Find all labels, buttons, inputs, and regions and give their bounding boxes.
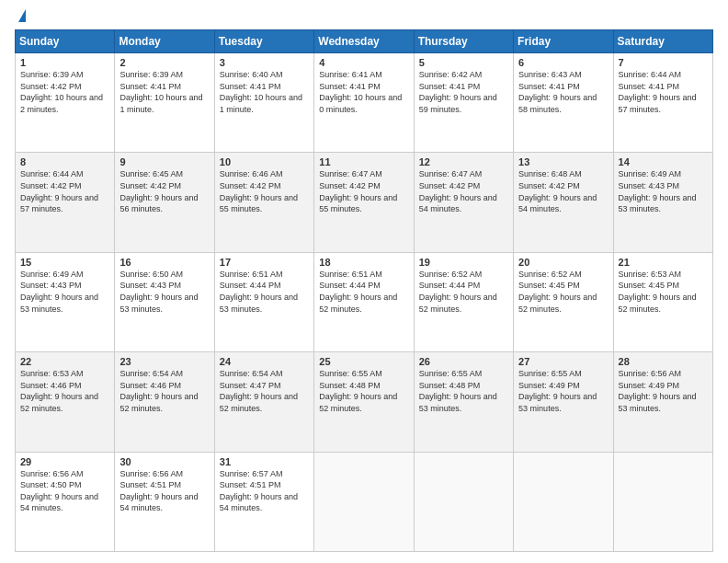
calendar-cell: 28Sunrise: 6:56 AMSunset: 4:49 PMDayligh… — [613, 352, 712, 452]
calendar-cell: 1Sunrise: 6:39 AMSunset: 4:42 PMDaylight… — [16, 53, 115, 153]
day-info: Sunrise: 6:45 AMSunset: 4:42 PMDaylight:… — [119, 168, 209, 214]
day-info: Sunrise: 6:57 AMSunset: 4:51 PMDaylight:… — [220, 468, 309, 514]
calendar-cell: 14Sunrise: 6:49 AMSunset: 4:43 PMDayligh… — [613, 153, 712, 252]
day-number: 14 — [619, 156, 708, 167]
calendar-cell: 26Sunrise: 6:55 AMSunset: 4:48 PMDayligh… — [414, 352, 513, 452]
day-info: Sunrise: 6:54 AMSunset: 4:46 PMDaylight:… — [119, 368, 209, 414]
calendar-cell: 9Sunrise: 6:45 AMSunset: 4:42 PMDaylight… — [115, 153, 214, 252]
calendar-cell: 13Sunrise: 6:48 AMSunset: 4:42 PMDayligh… — [514, 153, 613, 252]
calendar-row-5: 29Sunrise: 6:56 AMSunset: 4:50 PMDayligh… — [16, 452, 713, 551]
day-info: Sunrise: 6:53 AMSunset: 4:46 PMDaylight:… — [20, 368, 109, 414]
day-number: 13 — [518, 156, 608, 167]
day-number: 31 — [220, 456, 309, 467]
page: SundayMondayTuesdayWednesdayThursdayFrid… — [0, 0, 728, 563]
day-number: 27 — [518, 356, 608, 367]
calendar-header: SundayMondayTuesdayWednesdayThursdayFrid… — [16, 30, 713, 53]
calendar-cell: 7Sunrise: 6:44 AMSunset: 4:41 PMDaylight… — [613, 53, 712, 153]
logo — [15, 11, 26, 22]
day-info: Sunrise: 6:51 AMSunset: 4:44 PMDaylight:… — [220, 269, 309, 315]
day-number: 24 — [220, 356, 309, 367]
calendar-row-4: 22Sunrise: 6:53 AMSunset: 4:46 PMDayligh… — [16, 352, 713, 452]
calendar-cell: 8Sunrise: 6:44 AMSunset: 4:42 PMDaylight… — [16, 153, 115, 252]
day-info: Sunrise: 6:55 AMSunset: 4:48 PMDaylight:… — [419, 368, 508, 414]
day-info: Sunrise: 6:44 AMSunset: 4:42 PMDaylight:… — [20, 168, 109, 214]
day-number: 12 — [419, 156, 508, 167]
header-row: SundayMondayTuesdayWednesdayThursdayFrid… — [16, 30, 713, 53]
calendar-cell: 6Sunrise: 6:43 AMSunset: 4:41 PMDaylight… — [514, 53, 613, 153]
day-number: 4 — [319, 57, 408, 68]
calendar-table: SundayMondayTuesdayWednesdayThursdayFrid… — [15, 29, 713, 552]
day-info: Sunrise: 6:44 AMSunset: 4:41 PMDaylight:… — [619, 69, 708, 115]
col-header-wednesday: Wednesday — [314, 30, 414, 53]
day-number: 11 — [319, 156, 408, 167]
calendar-cell: 11Sunrise: 6:47 AMSunset: 4:42 PMDayligh… — [314, 153, 414, 252]
day-number: 29 — [20, 456, 109, 467]
day-number: 10 — [220, 156, 309, 167]
header — [15, 11, 713, 22]
day-number: 8 — [20, 156, 109, 167]
day-number: 5 — [419, 57, 508, 68]
day-info: Sunrise: 6:41 AMSunset: 4:41 PMDaylight:… — [319, 69, 408, 115]
calendar-cell: 22Sunrise: 6:53 AMSunset: 4:46 PMDayligh… — [16, 352, 115, 452]
day-info: Sunrise: 6:43 AMSunset: 4:41 PMDaylight:… — [518, 69, 608, 115]
day-info: Sunrise: 6:51 AMSunset: 4:44 PMDaylight:… — [319, 269, 408, 315]
day-info: Sunrise: 6:54 AMSunset: 4:47 PMDaylight:… — [220, 368, 309, 414]
calendar-cell: 24Sunrise: 6:54 AMSunset: 4:47 PMDayligh… — [214, 352, 313, 452]
day-number: 25 — [319, 356, 408, 367]
col-header-thursday: Thursday — [414, 30, 513, 53]
calendar-body: 1Sunrise: 6:39 AMSunset: 4:42 PMDaylight… — [16, 53, 713, 552]
calendar-cell: 2Sunrise: 6:39 AMSunset: 4:41 PMDaylight… — [115, 53, 214, 153]
day-number: 15 — [20, 257, 109, 268]
day-number: 20 — [518, 257, 608, 268]
calendar-row-1: 1Sunrise: 6:39 AMSunset: 4:42 PMDaylight… — [16, 53, 713, 153]
day-info: Sunrise: 6:52 AMSunset: 4:45 PMDaylight:… — [518, 269, 608, 315]
day-info: Sunrise: 6:40 AMSunset: 4:41 PMDaylight:… — [220, 69, 309, 115]
calendar-row-2: 8Sunrise: 6:44 AMSunset: 4:42 PMDaylight… — [16, 153, 713, 252]
col-header-sunday: Sunday — [16, 30, 115, 53]
day-info: Sunrise: 6:49 AMSunset: 4:43 PMDaylight:… — [20, 269, 109, 315]
day-number: 28 — [619, 356, 708, 367]
col-header-monday: Monday — [115, 30, 214, 53]
calendar-cell: 4Sunrise: 6:41 AMSunset: 4:41 PMDaylight… — [314, 53, 414, 153]
calendar-cell: 27Sunrise: 6:55 AMSunset: 4:49 PMDayligh… — [514, 352, 613, 452]
day-number: 17 — [220, 257, 309, 268]
day-number: 16 — [119, 257, 209, 268]
day-info: Sunrise: 6:55 AMSunset: 4:48 PMDaylight:… — [319, 368, 408, 414]
calendar-cell — [514, 452, 613, 551]
day-info: Sunrise: 6:48 AMSunset: 4:42 PMDaylight:… — [518, 168, 608, 214]
day-number: 9 — [119, 156, 209, 167]
day-number: 19 — [419, 257, 508, 268]
calendar-cell: 29Sunrise: 6:56 AMSunset: 4:50 PMDayligh… — [16, 452, 115, 551]
day-number: 18 — [319, 257, 408, 268]
day-number: 30 — [119, 456, 209, 467]
calendar-cell: 5Sunrise: 6:42 AMSunset: 4:41 PMDaylight… — [414, 53, 513, 153]
calendar-cell: 3Sunrise: 6:40 AMSunset: 4:41 PMDaylight… — [214, 53, 313, 153]
calendar-cell: 19Sunrise: 6:52 AMSunset: 4:44 PMDayligh… — [414, 252, 513, 351]
day-info: Sunrise: 6:47 AMSunset: 4:42 PMDaylight:… — [419, 168, 508, 214]
calendar-cell: 31Sunrise: 6:57 AMSunset: 4:51 PMDayligh… — [214, 452, 313, 551]
calendar-cell: 21Sunrise: 6:53 AMSunset: 4:45 PMDayligh… — [613, 252, 712, 351]
col-header-tuesday: Tuesday — [214, 30, 313, 53]
day-number: 22 — [20, 356, 109, 367]
day-number: 23 — [119, 356, 209, 367]
day-info: Sunrise: 6:47 AMSunset: 4:42 PMDaylight:… — [319, 168, 408, 214]
calendar-cell: 20Sunrise: 6:52 AMSunset: 4:45 PMDayligh… — [514, 252, 613, 351]
calendar-row-3: 15Sunrise: 6:49 AMSunset: 4:43 PMDayligh… — [16, 252, 713, 351]
day-info: Sunrise: 6:46 AMSunset: 4:42 PMDaylight:… — [220, 168, 309, 214]
day-info: Sunrise: 6:39 AMSunset: 4:41 PMDaylight:… — [119, 69, 209, 115]
day-info: Sunrise: 6:49 AMSunset: 4:43 PMDaylight:… — [619, 168, 708, 214]
day-info: Sunrise: 6:56 AMSunset: 4:50 PMDaylight:… — [20, 468, 109, 514]
day-info: Sunrise: 6:56 AMSunset: 4:49 PMDaylight:… — [619, 368, 708, 414]
col-header-saturday: Saturday — [613, 30, 712, 53]
day-info: Sunrise: 6:55 AMSunset: 4:49 PMDaylight:… — [518, 368, 608, 414]
logo-triangle-icon — [18, 9, 26, 22]
day-info: Sunrise: 6:42 AMSunset: 4:41 PMDaylight:… — [419, 69, 508, 115]
day-info: Sunrise: 6:53 AMSunset: 4:45 PMDaylight:… — [619, 269, 708, 315]
day-number: 21 — [619, 257, 708, 268]
day-number: 26 — [419, 356, 508, 367]
day-number: 1 — [20, 57, 109, 68]
calendar-cell: 16Sunrise: 6:50 AMSunset: 4:43 PMDayligh… — [115, 252, 214, 351]
calendar-cell — [613, 452, 712, 551]
calendar-cell: 18Sunrise: 6:51 AMSunset: 4:44 PMDayligh… — [314, 252, 414, 351]
calendar-cell — [414, 452, 513, 551]
